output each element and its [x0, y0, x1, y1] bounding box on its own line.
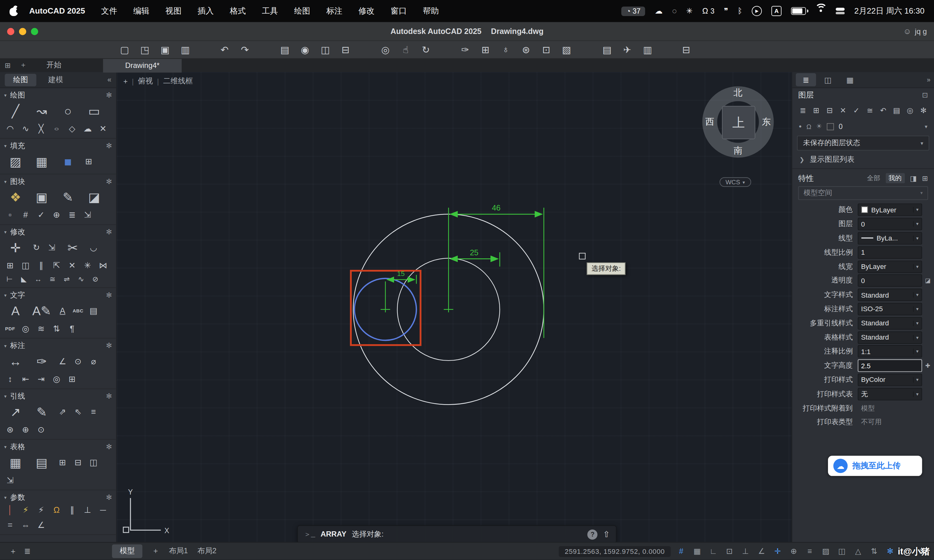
menu-item[interactable]: 绘图 — [294, 6, 310, 16]
leader-landing-icon[interactable]: ⊕ — [18, 423, 33, 437]
polygon-icon[interactable]: ◇ — [64, 122, 80, 135]
workspace-switching-menu[interactable]: ✻ — [885, 547, 896, 556]
bluetooth-icon[interactable]: ᛒ — [738, 6, 743, 15]
open-file-icon[interactable]: ◳ — [135, 44, 155, 55]
gear-icon[interactable]: ✻ — [106, 493, 112, 502]
screen-record-icon[interactable]: ▶ — [752, 6, 762, 16]
scale-icon[interactable]: ⇲ — [44, 241, 60, 255]
set-base-point-icon[interactable]: ⊕ — [49, 208, 64, 222]
collect-leaders-icon[interactable]: ⊛ — [3, 423, 18, 437]
construction-line-icon[interactable]: ╳ — [33, 122, 49, 135]
ellipse-icon[interactable]: ○ — [49, 125, 64, 133]
polar-tracking-toggle[interactable]: ∠ — [756, 547, 767, 556]
palette-list-icon[interactable]: ≣ — [20, 547, 35, 556]
table-icon[interactable]: ▦ — [3, 453, 29, 472]
visual-style-control[interactable]: 二维线框 — [163, 76, 193, 86]
save-as-icon[interactable]: ▥ — [175, 44, 196, 55]
snap-mode-toggle[interactable]: ▦ — [692, 547, 703, 556]
screen-mirroring-icon[interactable]: ◌ — [672, 6, 677, 15]
status-badge-37[interactable]: ◔ 37 — [622, 6, 645, 16]
layer-previous-icon[interactable]: ↶ — [877, 106, 889, 115]
set-current-layer-icon[interactable]: ✓ — [850, 106, 863, 115]
image-attach-icon[interactable]: ▧ — [556, 44, 577, 55]
erase-icon[interactable]: ✕ — [64, 259, 80, 272]
merge-cells-icon[interactable]: ◫ — [86, 455, 101, 469]
revision-cloud-icon[interactable]: ☁ — [80, 122, 95, 135]
export-table-icon[interactable]: ⇲ — [3, 474, 18, 487]
save-icon[interactable]: ▣ — [155, 44, 175, 55]
gear-icon[interactable]: ✻ — [106, 228, 112, 236]
lock-constraint-icon[interactable]: Ω — [49, 503, 64, 517]
layer-states-icon[interactable]: ▤ — [890, 106, 903, 115]
break-icon[interactable]: ⊢ — [3, 274, 17, 285]
lineweight-field[interactable]: ByLayer ▾ — [857, 260, 922, 272]
zoom-button[interactable] — [31, 28, 38, 35]
minimize-button[interactable] — [19, 28, 26, 35]
gear-icon[interactable]: ✻ — [106, 392, 112, 400]
command-line[interactable]: ＞_ ARRAY 选择对象: ? ⇧ — [297, 525, 617, 543]
menu-bar-clock[interactable]: 2月22日 周六 16:30 — [854, 6, 925, 16]
block-list-icon[interactable]: ≣ — [64, 208, 80, 222]
object-type-dropdown[interactable]: 模型空间 ▾ — [798, 186, 928, 200]
plot-preview-icon[interactable]: ◉ — [295, 44, 315, 55]
zoom-window-icon[interactable]: ◎ — [375, 44, 395, 55]
new-layout-button[interactable]: ＋ — [152, 546, 159, 556]
layer-isolate-icon[interactable]: ◎ — [904, 106, 916, 115]
share-drawing-icon[interactable]: ✈ — [617, 44, 638, 55]
notification-bell-icon[interactable]: Ω — [702, 6, 708, 15]
point-icon[interactable]: ✕ — [95, 122, 111, 135]
plot-icon[interactable]: ▤ — [275, 44, 295, 55]
center-mark-icon[interactable]: ◎ — [49, 372, 64, 386]
symmetric-constraint-icon[interactable]: ⇔ — [18, 518, 33, 532]
geographic-location-icon[interactable]: ♁ — [496, 44, 516, 55]
baseline-dimension-icon[interactable]: ⇤ — [18, 372, 33, 386]
chamfer-icon[interactable]: ◣ — [17, 274, 31, 285]
annotation-visibility-toggle[interactable]: △ — [852, 547, 864, 556]
notification-count[interactable]: 3 — [710, 7, 715, 15]
sync-attributes-icon[interactable]: ✓ — [33, 208, 49, 222]
reverse-icon[interactable]: ⇌ — [60, 274, 74, 285]
dock-panel-icon[interactable]: ⊡ — [922, 91, 928, 99]
wcs-dropdown[interactable]: WCS ▾ — [719, 177, 751, 187]
orbit-icon[interactable]: ↻ — [416, 44, 436, 55]
object-snap-tracking-toggle[interactable]: ✛ — [772, 547, 783, 556]
more-panels-icon[interactable]: » — [927, 76, 931, 83]
boundary-icon[interactable]: ⊞ — [81, 155, 96, 168]
plot-style-attach-field[interactable]: 模型 ▾ — [857, 402, 922, 414]
justify-text-icon[interactable]: ≋ — [33, 322, 49, 335]
mirror-icon[interactable]: ◫ — [18, 259, 33, 272]
menu-item[interactable]: 修改 — [358, 6, 375, 16]
multileader-style-field[interactable]: Standard ▾ — [857, 317, 922, 329]
diameter-dimension-icon[interactable]: ⌀ — [86, 355, 101, 368]
user-account[interactable]: ☺ jq g — [903, 27, 927, 36]
palette-section-header[interactable]: ▾ 绘图 ✻ — [3, 89, 114, 101]
transparency-field[interactable]: 0 ▾ — [857, 274, 922, 287]
add-palette-button[interactable]: ＋ — [6, 546, 20, 557]
gradient-hatch-icon[interactable]: ▦ — [29, 152, 55, 171]
multileader-style-icon[interactable]: ✎ — [29, 402, 55, 422]
viewport-menu-button[interactable]: + — [124, 77, 128, 86]
viewcube[interactable]: 上 北 南 西 东 — [702, 86, 773, 157]
angular-dimension-icon[interactable]: ∠ — [55, 355, 70, 368]
grid-display-toggle[interactable]: # — [676, 547, 687, 556]
current-layer-row[interactable]: ● Ω ☀ 0 ▾ — [792, 118, 934, 135]
table-style-icon[interactable]: ▤ — [29, 453, 55, 472]
parallel-constraint-icon[interactable]: ∥ — [64, 503, 80, 517]
tab-overview-icon[interactable]: ⊞ — [0, 61, 15, 69]
plot-style-field[interactable]: ByColor ▾ — [857, 374, 922, 386]
trim-icon[interactable]: ✂ — [60, 238, 86, 258]
tolerance-icon[interactable]: ⊞ — [64, 372, 80, 386]
menu-item[interactable]: 标注 — [326, 6, 343, 16]
palette-section-header[interactable]: ▾ 图块 ✻ — [3, 175, 114, 188]
ordinate-dimension-icon[interactable]: ↕ — [3, 372, 18, 386]
explode-icon[interactable]: ✳ — [80, 259, 95, 272]
layer-field[interactable]: 0 ▾ — [857, 218, 922, 230]
palette-section-header[interactable]: ▾ 文字 ✻ — [3, 289, 114, 301]
attach-reference-icon[interactable]: ▫ — [3, 208, 18, 222]
viewcube-east[interactable]: 东 — [762, 116, 771, 128]
annotation-autoscale-toggle[interactable]: ⇅ — [869, 547, 880, 556]
layer-properties-icon[interactable]: ≣ — [797, 106, 809, 115]
palette-tab-model[interactable]: 建模 — [40, 74, 71, 86]
tab-layout2[interactable]: 布局2 — [198, 546, 217, 556]
rotate-icon[interactable]: ↻ — [29, 241, 44, 255]
